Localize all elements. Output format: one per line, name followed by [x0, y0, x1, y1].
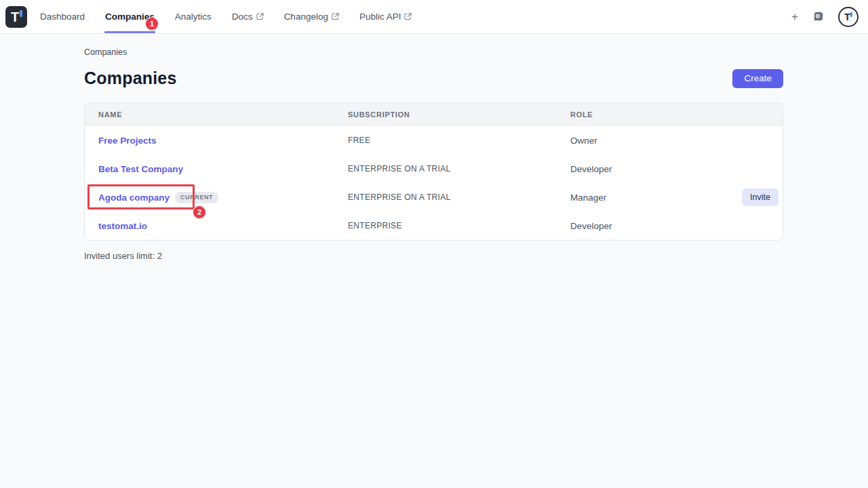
- subscription-value: ENTERPRISE: [348, 221, 402, 230]
- companies-table: NAME SUBSCRIPTION ROLE Free Projects FRE…: [84, 102, 783, 241]
- role-value: Developer: [570, 164, 612, 174]
- breadcrumb[interactable]: Companies: [84, 47, 783, 57]
- main-nav: Dashboard Companies 1 Analytics Docs Cha…: [40, 0, 412, 33]
- subscription-cell: FREE: [334, 136, 557, 145]
- active-tab-underline: [104, 31, 155, 33]
- external-link-icon: [256, 13, 264, 20]
- column-header-role: ROLE: [557, 110, 728, 119]
- nav-analytics[interactable]: Analytics: [175, 0, 212, 33]
- user-avatar[interactable]: T: [838, 7, 859, 27]
- name-cell: 2 Agoda company CURRENT: [85, 192, 334, 203]
- table-row: Beta Test Company ENTERPRISE ON A TRIAL …: [85, 155, 783, 183]
- role-value: Owner: [570, 136, 597, 146]
- annotation-step-badge: 1: [146, 18, 158, 30]
- logo-letter: T: [11, 10, 19, 24]
- subscription-cell: ENTERPRISE ON A TRIAL: [334, 164, 557, 174]
- name-cell: Beta Test Company: [85, 164, 334, 174]
- external-link-icon: [332, 13, 339, 20]
- table-row: Free Projects FREE Owner: [85, 126, 783, 155]
- name-cell: Free Projects: [85, 136, 334, 146]
- title-row: Companies Create: [84, 68, 783, 88]
- app-logo[interactable]: T: [5, 6, 27, 28]
- nav-docs-label: Docs: [232, 12, 253, 22]
- company-link[interactable]: testomat.io: [98, 221, 147, 231]
- table-header-row: NAME SUBSCRIPTION ROLE: [85, 103, 783, 126]
- subscription-value: FREE: [348, 136, 370, 145]
- nav-dashboard-label: Dashboard: [40, 12, 85, 22]
- nav-analytics-label: Analytics: [175, 12, 212, 22]
- invite-button[interactable]: Invite: [742, 188, 778, 206]
- company-link[interactable]: Beta Test Company: [98, 164, 183, 174]
- invited-users-limit-note: Invited users limit: 2: [84, 251, 783, 261]
- nav-public-api[interactable]: Public API: [359, 0, 412, 33]
- nav-public-api-label: Public API: [359, 12, 401, 22]
- table-row: testomat.io ENTERPRISE Developer: [85, 211, 783, 240]
- company-link[interactable]: Agoda company: [98, 192, 170, 203]
- nav-changelog[interactable]: Changelog: [284, 0, 339, 33]
- company-link[interactable]: Free Projects: [98, 136, 157, 146]
- main-content: Companies Companies Create NAME SUBSCRIP…: [0, 34, 783, 261]
- plus-icon[interactable]: +: [791, 11, 798, 22]
- table-row-current: 2 Agoda company CURRENT ENTERPRISE ON A …: [85, 183, 783, 211]
- current-company-badge: CURRENT: [175, 192, 218, 203]
- nav-dashboard[interactable]: Dashboard: [40, 0, 85, 33]
- nav-companies[interactable]: Companies 1: [105, 0, 155, 33]
- role-value: Manager: [570, 192, 606, 203]
- role-value: Developer: [570, 221, 612, 231]
- avatar-accent-tick: [850, 12, 852, 17]
- role-cell: Developer: [557, 164, 728, 174]
- page-title: Companies: [84, 68, 177, 88]
- actions-cell: Invite: [728, 188, 792, 206]
- avatar-letter: T: [844, 12, 850, 22]
- topbar-actions: + T: [791, 7, 859, 27]
- knowledge-base-icon[interactable]: [812, 10, 825, 23]
- external-link-icon: [404, 13, 412, 20]
- role-cell: Developer: [557, 221, 728, 231]
- subscription-cell: ENTERPRISE ON A TRIAL: [334, 192, 557, 202]
- name-cell: testomat.io: [85, 221, 334, 231]
- subscription-value: ENTERPRISE ON A TRIAL: [348, 192, 450, 202]
- create-button[interactable]: Create: [732, 69, 783, 88]
- role-cell: Manager: [557, 192, 728, 203]
- column-header-subscription: SUBSCRIPTION: [334, 110, 557, 119]
- role-cell: Owner: [557, 136, 728, 146]
- subscription-cell: ENTERPRISE: [334, 221, 557, 230]
- column-header-name: NAME: [85, 110, 334, 119]
- subscription-value: ENTERPRISE ON A TRIAL: [348, 164, 450, 174]
- topbar: T Dashboard Companies 1 Analytics Docs C…: [0, 0, 868, 34]
- logo-accent-tick: [20, 10, 22, 17]
- annotation-step-badge: 2: [193, 206, 205, 218]
- nav-changelog-label: Changelog: [284, 12, 328, 22]
- nav-docs[interactable]: Docs: [232, 0, 264, 33]
